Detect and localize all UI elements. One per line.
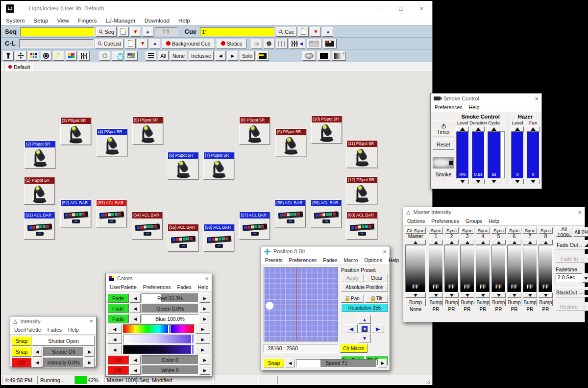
intensity-tool-button[interactable]	[3, 51, 14, 61]
green-decrease-button[interactable]: ◀	[130, 304, 141, 313]
fixture-button[interactable]: (3) PSpot 5R	[60, 117, 91, 145]
fixture-button[interactable]: (58) ACL BAR	[275, 199, 306, 227]
menu-item[interactable]: Fades	[323, 257, 337, 263]
strobe-snap-button[interactable]: Snap	[12, 347, 31, 357]
background-cue-button[interactable]: Background Cue	[162, 39, 215, 48]
stack-button[interactable]	[146, 51, 156, 61]
bump-button[interactable]: Bump	[523, 299, 537, 306]
tilt-lock-button[interactable]: Tilt	[365, 294, 388, 303]
fixture-button[interactable]: (6) PSpot 5R	[168, 152, 198, 180]
cue-input[interactable]	[200, 27, 274, 36]
slider-down-button[interactable]	[456, 179, 469, 184]
midi-in-button[interactable]: MIDI IN	[307, 39, 321, 48]
chevron-down-icon[interactable]	[582, 273, 588, 283]
fixture-button[interactable]: (53) ACL BAR	[96, 199, 127, 227]
select-all-button[interactable]: All	[158, 51, 169, 61]
menu-item[interactable]: Help	[489, 218, 499, 224]
intensity-decrease-button[interactable]: ◀	[32, 358, 42, 367]
load-sequence-button[interactable]: ▲	[143, 27, 153, 37]
fixture-panel-button[interactable]	[125, 51, 138, 61]
bump-button[interactable]: Bump	[491, 299, 506, 306]
gobo-tool-button[interactable]	[41, 51, 51, 61]
sync-button[interactable]: Sync	[460, 227, 474, 234]
menu-item[interactable]: Preferences	[435, 104, 463, 110]
close-icon[interactable]: ×	[205, 275, 209, 282]
clr-macro-button[interactable]: Clr Macro	[340, 344, 368, 353]
white-off-button[interactable]: Off	[107, 365, 129, 375]
nudge-down-button[interactable]: ▼	[358, 334, 371, 342]
fader-down-button[interactable]	[539, 292, 553, 298]
strobe-next-button[interactable]: ▶	[85, 347, 95, 357]
save-cue-button[interactable]: ▼	[310, 27, 321, 37]
intensity-fader[interactable]: FF	[429, 245, 443, 292]
macro-gears-button[interactable]	[112, 51, 123, 61]
fixture-button[interactable]: (11) PSpot 5R	[346, 140, 377, 168]
console-button[interactable]	[323, 39, 337, 48]
timer-button[interactable]: Timer	[433, 121, 454, 137]
next-fixture-button[interactable]: ▶	[227, 51, 238, 61]
close-icon[interactable]: ×	[383, 248, 387, 255]
blue-fade-button[interactable]: Fade	[107, 314, 129, 323]
red-increase-button[interactable]: ▶	[199, 293, 210, 303]
intensity-fader[interactable]: FF	[491, 245, 506, 292]
fixture-button[interactable]: (56) ACL BAR	[203, 224, 234, 252]
smoke-titlebar[interactable]: Smoke Control ×	[431, 94, 541, 103]
intensity-fader[interactable]: FF	[444, 245, 459, 292]
spare-slider[interactable]	[500, 131, 505, 178]
menu-item[interactable]: UserPalette	[14, 327, 41, 333]
menu-item[interactable]: Fades	[48, 327, 62, 333]
slider-down-button[interactable]	[488, 179, 500, 184]
load-cue-button[interactable]: ▲	[322, 27, 333, 37]
nudge-right-button[interactable]: ▶	[371, 324, 384, 333]
menu-item[interactable]: Fades	[177, 284, 191, 290]
bump-button[interactable]: Bump	[460, 299, 474, 306]
fader-down-button[interactable]	[405, 292, 426, 298]
fader-down-button[interactable]	[444, 292, 459, 298]
sync-button[interactable]: Sync	[539, 227, 553, 234]
menu-item[interactable]: Macro	[343, 257, 358, 263]
green-slider[interactable]: Green 0.0%	[142, 304, 198, 313]
bump-button[interactable]: Bump	[429, 299, 443, 306]
menu-item[interactable]: Download	[145, 18, 170, 24]
intensity-slider[interactable]: Intensity 0.0%	[43, 358, 84, 367]
follow-spot-button[interactable]	[256, 51, 269, 61]
close-icon[interactable]: ×	[535, 95, 539, 102]
fixture-button[interactable]: (51) ACL BAR	[24, 212, 55, 240]
fader-down-button[interactable]	[429, 292, 443, 298]
slider-up-button[interactable]	[472, 126, 485, 132]
fixture-button[interactable]: (60) ACL BAR	[346, 212, 377, 240]
intensity-increase-button[interactable]: ▶	[85, 358, 95, 367]
speed-up-button[interactable]: ▶	[378, 359, 387, 367]
main-titlebar[interactable]: LJ LightJockey (User lib: Default) – □ ×	[1, 1, 432, 16]
dmx-output-button[interactable]	[276, 39, 288, 48]
red-decrease-button[interactable]: ◀	[130, 293, 141, 303]
new-cuelist-button[interactable]	[125, 39, 136, 48]
fixture-button[interactable]: (1) PSpot 5R	[24, 177, 55, 205]
sync-button[interactable]: Clr Sync	[405, 227, 426, 234]
white-slider[interactable]: White 0	[142, 365, 198, 375]
effects-tool-button[interactable]	[66, 51, 77, 61]
menu-item[interactable]: Options	[365, 257, 382, 263]
blackout-button[interactable]: BlackOut→	[556, 287, 588, 297]
apply-button[interactable]: Apply	[341, 274, 364, 282]
intensity-off-button[interactable]: Off	[12, 358, 31, 367]
sync-button[interactable]: Sync	[476, 227, 490, 234]
position-handle[interactable]	[266, 302, 273, 310]
fade-out-button[interactable]: Fade Out→	[556, 240, 588, 249]
colors-titlebar[interactable]: Colors ×	[106, 273, 212, 283]
settings-gear-button[interactable]	[264, 39, 274, 48]
save-sequence-button[interactable]: ▼	[130, 27, 141, 37]
bump-button[interactable]: Bump	[405, 299, 426, 306]
blue-increase-button[interactable]: ▶	[199, 314, 210, 323]
bump-button[interactable]: Bump	[507, 299, 521, 306]
reset-button[interactable]: Reset	[433, 139, 454, 150]
fixture-button[interactable]: (54) ACL BAR	[132, 212, 163, 240]
menu-item[interactable]: Presets	[265, 257, 283, 263]
menu-item[interactable]: LJ-Manager	[105, 18, 135, 24]
menu-item[interactable]: Preferences	[431, 218, 459, 224]
color-wheel-slider[interactable]: Color 0	[142, 355, 198, 364]
fixture-button[interactable]: (8) PSpot 5R	[239, 117, 270, 145]
beam-tool-button[interactable]	[53, 51, 64, 61]
fade-to-black-button[interactable]	[318, 51, 330, 61]
cuelist-input[interactable]	[19, 39, 94, 48]
